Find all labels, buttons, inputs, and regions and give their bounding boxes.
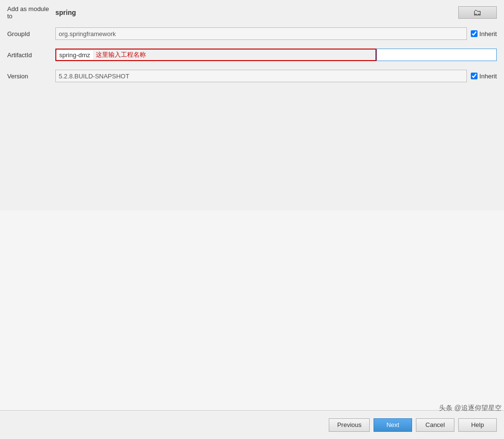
groupid-inherit-checkbox[interactable] (471, 30, 478, 37)
previous-button[interactable]: Previous (329, 418, 370, 432)
next-button[interactable]: Next (374, 418, 412, 432)
groupid-label: GroupId (7, 30, 55, 38)
bottom-bar: Previous Next Cancel Help (0, 410, 504, 439)
folder-icon: 🗂 (473, 8, 482, 18)
content-area (0, 210, 504, 411)
artifactid-field: spring-dmz 这里输入工程名称 (55, 49, 497, 61)
version-label: Version (7, 73, 55, 80)
cancel-button[interactable]: Cancel (416, 418, 454, 432)
artifactid-right-input[interactable] (376, 49, 497, 61)
version-inherit: Inherit (471, 73, 497, 80)
browse-button[interactable]: 🗂 (458, 6, 497, 19)
artifactid-left-box: spring-dmz 这里输入工程名称 (55, 49, 376, 61)
form-area: Add as module to spring 🗂 GroupId Inheri… (0, 0, 504, 210)
version-inherit-label: Inherit (479, 73, 497, 80)
version-inherit-checkbox[interactable] (471, 73, 478, 79)
groupid-field: Inherit (55, 27, 497, 40)
groupid-row: GroupId Inherit (7, 26, 497, 41)
groupid-inherit: Inherit (471, 30, 497, 38)
version-field: Inherit (55, 70, 497, 82)
module-value: spring (55, 9, 458, 16)
artifactid-inputs: spring-dmz 这里输入工程名称 (55, 49, 497, 61)
help-button[interactable]: Help (458, 418, 497, 432)
version-row: Version Inherit (7, 68, 497, 84)
add-as-module-label: Add as module to (7, 5, 55, 20)
artifactid-row: ArtifactId spring-dmz 这里输入工程名称 (7, 47, 497, 63)
groupid-input[interactable] (55, 27, 467, 40)
add-as-module-row: Add as module to spring 🗂 (7, 5, 497, 20)
dialog-container: Add as module to spring 🗂 GroupId Inheri… (0, 0, 504, 439)
artifactid-hint-text: 这里输入工程名称 (93, 50, 375, 60)
version-input[interactable] (55, 70, 467, 82)
artifactid-label: ArtifactId (7, 51, 55, 59)
groupid-inherit-label: Inherit (479, 30, 497, 38)
artifactid-value-text: spring-dmz (56, 50, 93, 60)
